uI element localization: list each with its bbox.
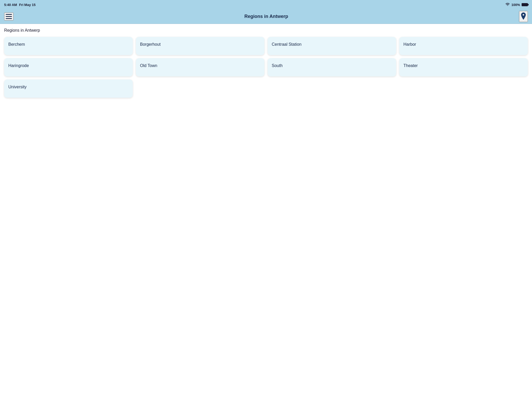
region-card[interactable]: University [4,79,133,98]
region-card-label: South [272,63,283,68]
status-time: 5:40 AM [4,3,17,7]
region-card[interactable]: Berchem [4,37,133,55]
location-pin-icon [521,12,526,20]
region-card-label: Haringrode [8,63,29,68]
page-content: Regions in Antwerp BerchemBorgerhoutCent… [0,24,532,102]
battery-percentage: 100% [511,3,520,7]
section-title: Regions in Antwerp [4,28,528,33]
region-card-label: Borgerhout [140,42,161,47]
hamburger-line-3 [6,18,12,19]
region-card-label: Harbor [403,42,416,47]
status-date: Fri May 15 [19,3,36,7]
status-time-date: 5:40 AM Fri May 15 [4,3,36,7]
status-indicators: 100% [505,3,528,7]
region-card-label: Berchem [8,42,25,47]
region-card[interactable]: Old Town [136,58,264,76]
wifi-icon [505,3,510,6]
regions-grid: BerchemBorgerhoutCentraal StationHarborH… [4,37,528,98]
hamburger-line-1 [6,14,12,15]
nav-title: Regions in Antwerp [14,14,519,19]
region-card[interactable]: Theater [399,58,528,76]
region-card[interactable]: Centraal Station [268,37,396,55]
region-card-label: University [8,85,26,89]
region-card[interactable]: Borgerhout [136,37,264,55]
battery-icon [522,3,528,6]
region-card-label: Old Town [140,63,157,68]
status-bar: 5:40 AM Fri May 15 100% [0,0,532,9]
region-card[interactable]: South [268,58,396,76]
region-card-label: Theater [403,63,418,68]
region-card-label: Centraal Station [272,42,302,47]
hamburger-line-2 [6,16,12,17]
menu-button[interactable] [4,12,14,21]
region-card[interactable]: Haringrode [4,58,133,76]
nav-bar: Regions in Antwerp [0,9,532,24]
region-card[interactable]: Harbor [399,37,528,55]
location-button[interactable] [519,11,528,22]
